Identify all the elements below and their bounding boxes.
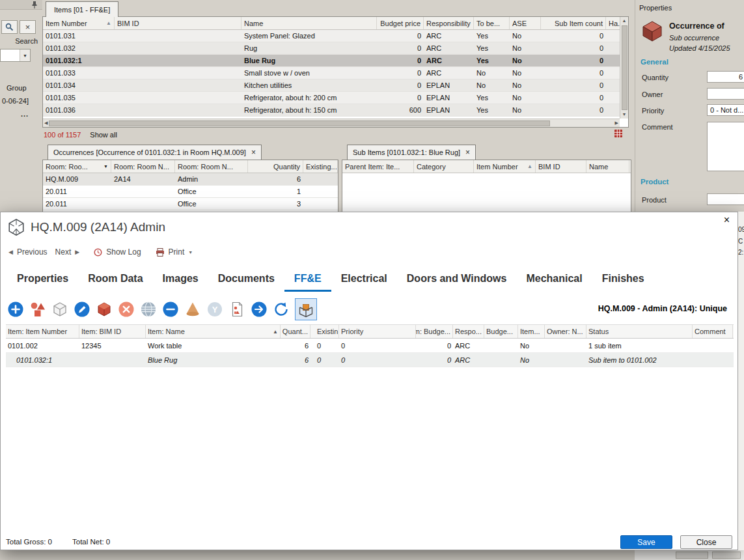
y-sphere-button[interactable]: Y	[206, 301, 223, 318]
box-cube-button-selected[interactable]	[295, 298, 317, 320]
column-header-comment[interactable]: Comment	[693, 325, 733, 338]
tab-electrical[interactable]: Electrical	[331, 269, 397, 292]
close-icon[interactable]: ×	[724, 214, 730, 226]
close-icon[interactable]: ×	[465, 148, 470, 156]
column-header-parent-item[interactable]: Parent Item: Ite...	[342, 160, 414, 173]
tab-finishes[interactable]: Finishes	[592, 269, 654, 292]
show-all-link[interactable]: Show all	[90, 131, 117, 139]
sync-button[interactable]	[273, 301, 290, 318]
scroll-down-icon[interactable]: ▼	[622, 111, 627, 118]
more-button[interactable]: ...	[21, 108, 39, 120]
delete-button[interactable]	[118, 301, 135, 318]
horizontal-scrollbar[interactable]: ◀ ▶	[43, 119, 620, 127]
shapes-button[interactable]	[29, 301, 46, 318]
scrollbar-thumb[interactable]	[622, 25, 627, 110]
table-row[interactable]: 0101.036 Refrigerator, about h: 150 cm 6…	[43, 104, 620, 117]
next-button[interactable]: Next	[55, 247, 72, 257]
column-header-bim-id[interactable]: BIM ID	[536, 160, 586, 173]
column-header-budget[interactable]: Budge...	[484, 325, 518, 338]
column-header-bim-id[interactable]: Item: BIM ID	[79, 325, 146, 338]
comment-field[interactable]	[707, 122, 744, 171]
scroll-up-icon[interactable]: ▲	[622, 18, 627, 24]
column-header-status[interactable]: Status	[586, 325, 693, 338]
tab-doors-and-windows[interactable]: Doors and Windows	[397, 269, 517, 292]
column-header-room[interactable]: Room: Roo...▼	[43, 160, 111, 173]
next-arrow-icon[interactable]: ▶	[75, 249, 79, 255]
column-header-budget-price[interactable]: Budget price	[377, 17, 424, 29]
column-header-sub-item-count[interactable]: Sub Item count	[541, 17, 606, 29]
column-header-item-name[interactable]: Item: Name▲	[146, 325, 281, 338]
red-cube-button[interactable]	[96, 301, 113, 318]
clear-search-button[interactable]: ×	[20, 20, 36, 34]
print-button[interactable]: Print	[169, 247, 185, 257]
table-row-selected[interactable]: HQ.M.009 2A14 Admin 6	[43, 173, 338, 186]
pin-icon[interactable]	[31, 1, 38, 8]
sphere-button[interactable]	[140, 301, 157, 318]
table-row[interactable]: 0101.034 Kitchen utilities 0 EPLAN No No…	[43, 79, 620, 92]
close-button[interactable]: Close	[680, 535, 732, 549]
tab-items[interactable]: Items [01 - FF&E]	[46, 1, 118, 17]
search-button[interactable]	[1, 20, 18, 34]
filter-icon[interactable]: ▼	[103, 164, 108, 169]
scroll-left-icon[interactable]: ◀	[44, 120, 48, 126]
column-header-existing[interactable]: Existing...	[303, 160, 338, 173]
close-icon[interactable]: ×	[251, 148, 256, 156]
table-row-subitem[interactable]: 0101.032:1 Blue Rug 6 0 0 0 ARC No Sub i…	[6, 353, 734, 367]
previous-button[interactable]: Previous	[17, 247, 48, 257]
tab-ffe[interactable]: FF&E	[284, 269, 331, 292]
column-header-quantity[interactable]: Quant...	[281, 325, 310, 338]
column-header-priority[interactable]: Priority	[339, 325, 416, 338]
tab-mechanical[interactable]: Mechanical	[516, 269, 592, 292]
add-button[interactable]	[7, 301, 24, 318]
arrow-right-button[interactable]	[251, 301, 268, 318]
filter-combobox[interactable]: ▼	[0, 49, 31, 62]
column-header-item-number[interactable]: Item Number▲	[474, 160, 536, 173]
table-row[interactable]: 0101.002 12345 Work table 6 0 0 0 ARC No…	[6, 339, 734, 353]
cube-outline-button[interactable]	[51, 301, 68, 318]
tab-subitems[interactable]: Sub Items [0101.032:1: Blue Rug] ×	[347, 145, 476, 160]
column-header-room-n1[interactable]: Room: Room N...	[111, 160, 175, 173]
tab-properties[interactable]: Properties	[7, 269, 78, 292]
column-header-bim-id[interactable]: BIM ID	[115, 17, 241, 29]
owner-field[interactable]	[707, 88, 744, 100]
tab-documents[interactable]: Documents	[208, 269, 284, 292]
column-header-to-be[interactable]: To be...	[474, 17, 510, 29]
remove-button[interactable]	[162, 301, 179, 318]
cone-button[interactable]	[184, 301, 201, 318]
scrollbar-thumb[interactable]	[49, 120, 550, 126]
table-row[interactable]: 20.011 Office 1	[43, 186, 338, 198]
edit-button[interactable]	[74, 301, 90, 318]
column-header-category[interactable]: Category	[414, 160, 474, 173]
quantity-field[interactable]: 6	[707, 71, 744, 83]
scroll-right-icon[interactable]: ▶	[615, 120, 618, 126]
tab-occurrences[interactable]: Occurrences [Occurrence of 0101.032:1 in…	[48, 145, 262, 160]
table-row[interactable]: 0101.031 System Panel: Glazed 0 ARC Yes …	[43, 30, 620, 42]
column-header-ase[interactable]: ASE	[510, 17, 541, 29]
column-header-item[interactable]: Item...	[518, 325, 545, 338]
column-header-responsibility[interactable]: Respo...	[453, 325, 484, 338]
column-header-ha[interactable]: Ha...	[606, 17, 620, 29]
table-row[interactable]: 0101.032 Rug 0 ARC Yes No 0	[43, 42, 620, 55]
column-header-responsibility[interactable]: Responsibility	[424, 17, 474, 29]
table-row-selected[interactable]: 0101.032:1 Blue Rug 0 ARC Yes No 0	[43, 55, 620, 67]
priority-dropdown[interactable]: 0 - Not d...	[707, 104, 744, 116]
column-header-room-n2[interactable]: Room: Room N...	[175, 160, 248, 173]
save-button[interactable]: Save	[620, 535, 672, 549]
document-shapes-button[interactable]	[228, 301, 245, 318]
table-row[interactable]: 0101.033 Small stove w / oven 0 ARC No N…	[43, 67, 620, 79]
column-header-quantity[interactable]: Quantity	[248, 160, 303, 173]
table-row[interactable]: 20.011 Office 3	[43, 198, 338, 210]
product-field[interactable]	[707, 193, 744, 205]
report-icon[interactable]	[614, 129, 623, 138]
column-header-item-number[interactable]: Item: Item Number	[6, 325, 79, 338]
column-header-item-number[interactable]: Item Number▲	[43, 17, 115, 29]
tab-room-data[interactable]: Room Data	[78, 269, 152, 292]
tab-images[interactable]: Images	[153, 269, 208, 292]
print-dropdown-icon[interactable]: ▼	[188, 250, 193, 255]
column-header-name[interactable]: Name	[586, 160, 629, 173]
previous-arrow-icon[interactable]: ◀	[8, 249, 13, 255]
vertical-scrollbar[interactable]: ▲ ▼	[620, 17, 628, 119]
column-header-existing[interactable]: Existin...	[310, 325, 339, 338]
column-header-budget-price[interactable]: Item: Budge...	[416, 325, 453, 338]
column-header-owner[interactable]: Owner: N...	[545, 325, 586, 338]
